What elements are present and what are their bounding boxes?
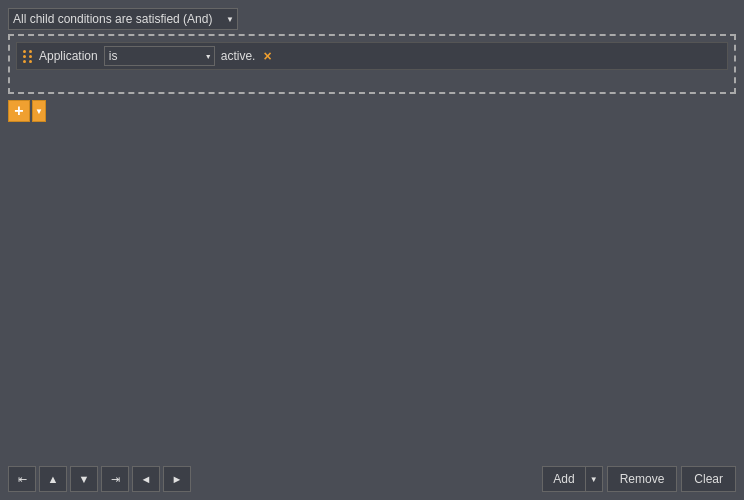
drag-dot xyxy=(29,50,32,53)
add-condition-dropdown-button[interactable]: ▼ xyxy=(32,100,46,122)
nav-prev-icon: ◄ xyxy=(141,473,152,485)
drag-dot xyxy=(23,50,26,53)
remove-button[interactable]: Remove xyxy=(607,466,678,492)
add-button-dropdown[interactable]: ▼ xyxy=(585,466,603,492)
add-arrow-icon: ▼ xyxy=(590,475,598,484)
action-buttons: Add ▼ Remove Clear xyxy=(542,466,736,492)
condition-verb-wrapper: is is not contains does not contain xyxy=(104,46,215,66)
drag-handle[interactable] xyxy=(23,50,33,63)
main-container: All child conditions are satisfied (And)… xyxy=(0,0,744,500)
remove-condition-icon: × xyxy=(263,49,271,63)
condition-selector-row: All child conditions are satisfied (And)… xyxy=(8,8,736,30)
remove-condition-button[interactable]: × xyxy=(261,49,273,63)
nav-next-icon: ► xyxy=(172,473,183,485)
nav-next-button[interactable]: ► xyxy=(163,466,191,492)
condition-verb-select[interactable]: is is not contains does not contain xyxy=(104,46,215,66)
nav-up-button[interactable]: ▲ xyxy=(39,466,67,492)
condition-type-select[interactable]: All child conditions are satisfied (And)… xyxy=(8,8,238,30)
nav-down-icon: ▼ xyxy=(79,473,90,485)
condition-selector-wrapper: All child conditions are satisfied (And)… xyxy=(8,8,238,30)
drag-dot xyxy=(23,55,26,58)
clear-button[interactable]: Clear xyxy=(681,466,736,492)
condition-field-label: Application xyxy=(39,49,98,63)
add-button[interactable]: Add xyxy=(542,466,584,492)
drag-dot xyxy=(29,60,32,63)
nav-down-button[interactable]: ▼ xyxy=(70,466,98,492)
drag-dot xyxy=(29,55,32,58)
bottom-toolbar: ⇤ ▲ ▼ ⇥ ◄ ► Add ▼ xyxy=(8,466,736,492)
nav-up-icon: ▲ xyxy=(48,473,59,485)
conditions-container: Application is is not contains does not … xyxy=(8,34,736,94)
add-dropdown-arrow: ▼ xyxy=(35,107,43,116)
nav-last-button[interactable]: ⇥ xyxy=(101,466,129,492)
add-split-button: Add ▼ xyxy=(542,466,602,492)
nav-last-icon: ⇥ xyxy=(111,473,120,486)
nav-first-icon: ⇤ xyxy=(18,473,27,486)
add-row: + ▼ xyxy=(8,100,736,122)
drag-dot xyxy=(23,60,26,63)
condition-row: Application is is not contains does not … xyxy=(16,42,728,70)
nav-buttons: ⇤ ▲ ▼ ⇥ ◄ ► xyxy=(8,466,191,492)
condition-value: active. xyxy=(221,49,256,63)
add-condition-button[interactable]: + xyxy=(8,100,30,122)
nav-first-button[interactable]: ⇤ xyxy=(8,466,36,492)
nav-prev-button[interactable]: ◄ xyxy=(132,466,160,492)
